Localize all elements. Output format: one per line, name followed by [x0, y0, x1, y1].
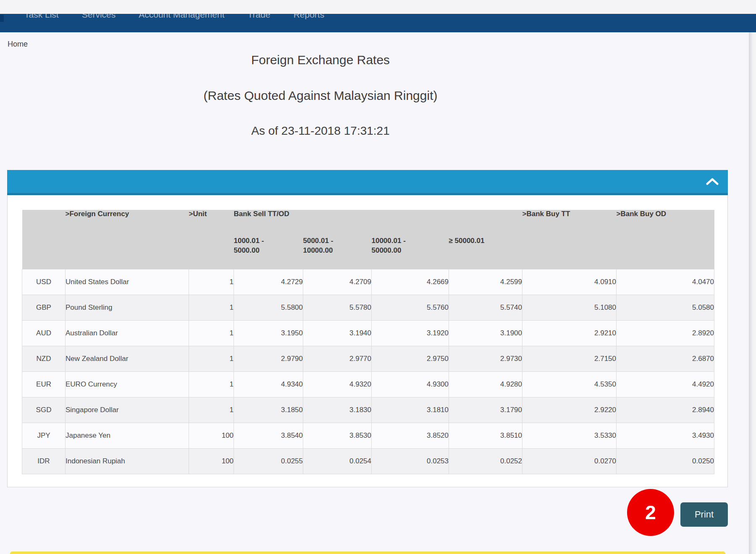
cell-unit: 1: [189, 397, 234, 423]
col-header-range-1: 1000.01 - 5000.00: [234, 236, 303, 269]
cell-buy-od: 2.8940: [617, 397, 714, 423]
cell-sell-10000: 3.8520: [372, 423, 449, 448]
cell-buy-tt: 0.0270: [522, 448, 617, 474]
cell-sell-10000: 3.1920: [372, 320, 449, 346]
cell-unit: 1: [189, 295, 234, 320]
nav-edge-fragment: [0, 15, 4, 22]
nav-item-services[interactable]: Services: [82, 14, 116, 22]
cell-buy-od: 4.4920: [617, 371, 714, 397]
panel-body: >Foreign Currency >Unit Bank Sell TT/OD …: [7, 195, 728, 487]
cell-sell-1000: 3.8540: [234, 423, 303, 448]
scrollbar-track[interactable]: [749, 32, 756, 554]
col-header-bank-sell: Bank Sell TT/OD: [234, 210, 522, 236]
nav-item-reports[interactable]: Reports: [294, 14, 325, 22]
cell-sell-1000: 4.9340: [234, 371, 303, 397]
table-row-usd: USD United States Dollar 1 4.2729 4.2709…: [22, 269, 714, 295]
cell-name: Pound Sterling: [66, 295, 189, 320]
cell-buy-od: 0.0250: [617, 448, 714, 474]
cell-unit: 100: [189, 448, 234, 474]
col-header-unit: >Unit: [189, 210, 234, 269]
cell-code: NZD: [22, 346, 66, 371]
col-header-bank-buy-tt: >Bank Buy TT: [522, 210, 617, 269]
cell-name: Singapore Dollar: [66, 397, 189, 423]
cell-sell-50000: 3.1790: [449, 397, 522, 423]
cell-code: AUD: [22, 320, 66, 346]
page-title-block: Foreign Exchange Rates (Rates Quoted Aga…: [0, 53, 641, 137]
cell-code: GBP: [22, 295, 66, 320]
nav-item-trade[interactable]: Trade: [248, 14, 270, 22]
cell-sell-1000: 4.2729: [234, 269, 303, 295]
table-row-idr: IDR Indonesian Rupiah 100 0.0255 0.0254 …: [22, 448, 714, 474]
cell-sell-10000: 0.0253: [372, 448, 449, 474]
table-header-row-1: >Foreign Currency >Unit Bank Sell TT/OD …: [22, 210, 714, 236]
range-line: 10000.01 -: [372, 236, 449, 246]
cell-buy-od: 2.6870: [617, 346, 714, 371]
cell-unit: 1: [189, 346, 234, 371]
nav-links: Task List Services Account Management Tr…: [24, 14, 324, 22]
cell-sell-1000: 3.1850: [234, 397, 303, 423]
breadcrumb-home[interactable]: Home: [8, 40, 28, 49]
col-header-code: [22, 210, 66, 269]
page-title: Foreign Exchange Rates: [0, 53, 641, 67]
cell-sell-1000: 2.9790: [234, 346, 303, 371]
table-row-gbp: GBP Pound Sterling 1 5.5800 5.5780 5.576…: [22, 295, 714, 320]
col-header-range-4: ≥ 50000.01: [449, 236, 522, 269]
cell-buy-od: 4.0470: [617, 269, 714, 295]
cell-sell-50000: 3.1900: [449, 320, 522, 346]
cell-code: EUR: [22, 371, 66, 397]
cell-buy-tt: 2.9210: [522, 320, 617, 346]
panel-header-bar[interactable]: [7, 170, 728, 193]
table-row-sgd: SGD Singapore Dollar 1 3.1850 3.1830 3.1…: [22, 397, 714, 423]
cell-sell-50000: 3.8510: [449, 423, 522, 448]
cell-sell-10000: 3.1810: [372, 397, 449, 423]
nav-item-task-list[interactable]: Task List: [24, 14, 59, 22]
print-button[interactable]: Print: [680, 502, 728, 527]
cell-sell-50000: 4.2599: [449, 269, 522, 295]
col-header-range-2: 5000.01 - 10000.00: [303, 236, 372, 269]
range-line: ≥ 50000.01: [449, 236, 522, 246]
table-row-eur: EUR EURO Currency 1 4.9340 4.9320 4.9300…: [22, 371, 714, 397]
cell-sell-5000: 3.1830: [303, 397, 372, 423]
cell-buy-tt: 3.5330: [522, 423, 617, 448]
table-row-nzd: NZD New Zealand Dollar 1 2.9790 2.9770 2…: [22, 346, 714, 371]
cell-name: Indonesian Rupiah: [66, 448, 189, 474]
table-row-jpy: JPY Japanese Yen 100 3.8540 3.8530 3.852…: [22, 423, 714, 448]
cell-sell-1000: 3.1950: [234, 320, 303, 346]
cell-sell-10000: 5.5760: [372, 295, 449, 320]
cell-sell-5000: 4.9320: [303, 371, 372, 397]
nav-item-account-management[interactable]: Account Management: [139, 14, 224, 22]
cell-buy-tt: 4.5350: [522, 371, 617, 397]
cell-code: USD: [22, 269, 66, 295]
cell-buy-tt: 5.1080: [522, 295, 617, 320]
cell-name: EURO Currency: [66, 371, 189, 397]
col-header-range-3: 10000.01 - 50000.00: [372, 236, 449, 269]
cell-unit: 100: [189, 423, 234, 448]
notification-banner-edge: [10, 551, 725, 554]
as-of-timestamp: As of 23-11-2018 17:31:21: [0, 125, 641, 137]
range-line: 5000.00: [234, 246, 303, 255]
cell-buy-tt: 2.9220: [522, 397, 617, 423]
cell-name: New Zealand Dollar: [66, 346, 189, 371]
cell-name: Japanese Yen: [66, 423, 189, 448]
page-subtitle: (Rates Quoted Against Malaysian Ringgit): [0, 89, 641, 102]
cell-sell-5000: 0.0254: [303, 448, 372, 474]
col-header-bank-buy-od: >Bank Buy OD: [617, 210, 714, 269]
cell-sell-10000: 4.2669: [372, 269, 449, 295]
top-navbar: Task List Services Account Management Tr…: [0, 14, 756, 32]
cell-unit: 1: [189, 371, 234, 397]
cell-sell-5000: 3.8530: [303, 423, 372, 448]
top-strip: [0, 0, 756, 14]
annotation-badge: 2: [627, 489, 674, 536]
col-header-foreign-currency: >Foreign Currency: [66, 210, 189, 269]
cell-sell-1000: 5.5800: [234, 295, 303, 320]
range-line: 1000.01 -: [234, 236, 303, 246]
range-line: 5000.01 -: [303, 236, 372, 246]
cell-sell-10000: 4.9300: [372, 371, 449, 397]
cell-sell-5000: 3.1940: [303, 320, 372, 346]
cell-unit: 1: [189, 320, 234, 346]
cell-sell-1000: 0.0255: [234, 448, 303, 474]
range-line: 50000.00: [372, 246, 449, 255]
cell-code: JPY: [22, 423, 66, 448]
cell-buy-od: 3.4930: [617, 423, 714, 448]
chevron-up-icon[interactable]: [706, 178, 719, 185]
